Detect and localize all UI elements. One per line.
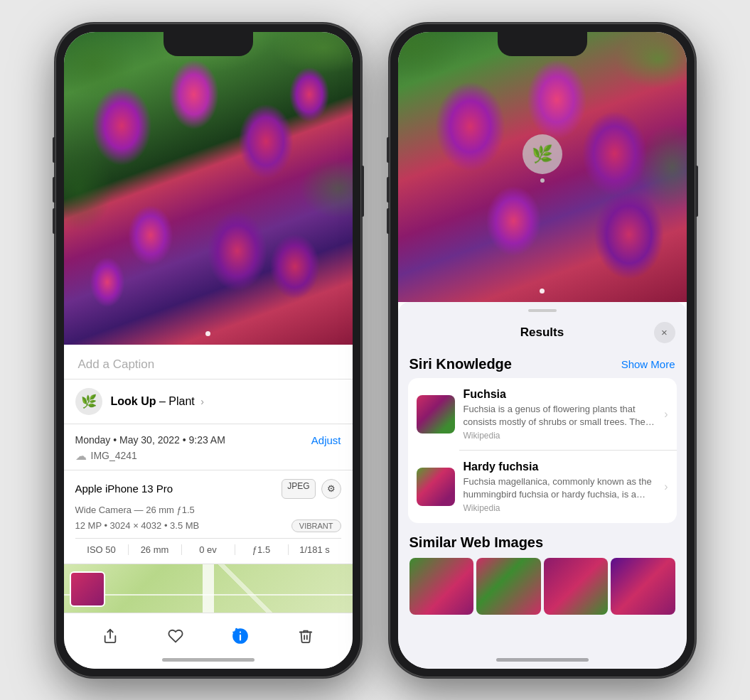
siri-knowledge-header: Siri Knowledge Show More — [398, 350, 687, 378]
hardy-thumbnail — [417, 468, 455, 506]
photo-1 — [64, 32, 353, 345]
device-section: Apple iPhone 13 Pro JPEG ⚙ Wide Camera —… — [64, 470, 353, 564]
similar-image-1[interactable] — [409, 558, 474, 615]
map-area — [64, 564, 353, 613]
exif-ev: 0 ev — [182, 544, 235, 555]
cloud-icon: ☁ — [75, 449, 87, 463]
lookup-label-container: Look Up – Plant › — [111, 395, 204, 408]
device-name: Apple iPhone 13 Pro — [75, 483, 173, 495]
phone-1-content: Add a Caption 🌿 Look Up – Plant › — [64, 32, 353, 669]
adjust-button[interactable]: Adjust — [311, 434, 341, 446]
fuchsia-text: Fuchsia Fuchsia is a genus of flowering … — [464, 388, 656, 441]
info-button[interactable] — [227, 623, 253, 649]
delete-button[interactable] — [293, 623, 318, 649]
similar-images-row — [409, 558, 675, 615]
similar-image-3[interactable] — [544, 558, 609, 615]
notch-2 — [498, 32, 587, 56]
phone-2-screen: 🌿 Results × — [398, 32, 687, 669]
exif-focal-value: 26 mm — [141, 544, 169, 555]
show-more-button[interactable]: Show More — [621, 358, 675, 370]
meta-date-row: Monday • May 30, 2022 • 9:23 AM Adjust — [75, 434, 341, 446]
hardy-name: Hardy fuchsia — [464, 461, 656, 473]
share-icon — [102, 628, 118, 644]
home-indicator-2 — [496, 658, 589, 662]
phone-1-screen: Add a Caption 🌿 Look Up – Plant › — [64, 32, 353, 669]
share-button[interactable] — [97, 623, 123, 649]
caption-area[interactable]: Add a Caption — [64, 345, 353, 379]
exif-ev-value: 0 ev — [199, 544, 217, 555]
badge-row: JPEG ⚙ — [282, 479, 341, 499]
knowledge-item-hardy[interactable]: Hardy fuchsia Fuchsia magellanica, commo… — [408, 451, 677, 523]
photo-dot-active — [205, 331, 210, 336]
exif-shutter: 1/181 s — [289, 544, 341, 555]
hardy-thumb-image — [417, 468, 455, 506]
meta-filename: IMG_4241 — [91, 450, 137, 461]
notch-1 — [164, 32, 253, 56]
vibrant-badge: VIBRANT — [291, 519, 341, 532]
device-row: Apple iPhone 13 Pro JPEG ⚙ — [75, 479, 341, 499]
fuchsia-desc: Fuchsia is a genus of flowering plants t… — [464, 403, 656, 429]
phone-2: 🌿 Results × — [390, 23, 695, 677]
fuchsia-thumbnail — [417, 395, 455, 434]
photo2-dot — [540, 289, 545, 294]
siri-leaf-icon: 🌿 — [532, 144, 553, 164]
hardy-source: Wikipedia — [464, 503, 656, 513]
exif-aperture-value: ƒ1.5 — [252, 544, 270, 555]
svg-point-5 — [232, 631, 234, 632]
info-icon — [231, 627, 250, 645]
siri-dot — [540, 178, 545, 183]
meta-section: Monday • May 30, 2022 • 9:23 AM Adjust ☁… — [64, 424, 353, 470]
phone-1: Add a Caption 🌿 Look Up – Plant › — [55, 23, 361, 677]
hardy-desc: Fuchsia magellanica, commonly known as t… — [464, 475, 656, 501]
fuchsia-source: Wikipedia — [464, 431, 656, 441]
lookup-rest: – Plant — [156, 395, 195, 407]
meta-date: Monday • May 30, 2022 • 9:23 AM — [75, 434, 225, 446]
similar-image-4[interactable] — [611, 558, 675, 615]
photo2-indicator-row — [398, 289, 687, 294]
exif-row: ISO 50 26 mm 0 ev ƒ1.5 1/181 s — [75, 538, 341, 555]
exif-focal: 26 mm — [129, 544, 182, 555]
svg-point-4 — [235, 628, 237, 630]
camera-settings-icon[interactable]: ⚙ — [321, 479, 341, 499]
lookup-chevron: › — [200, 396, 204, 407]
trash-icon — [298, 628, 314, 644]
camera-details: Wide Camera — 26 mm ƒ1.5 — [75, 505, 341, 515]
close-icon: × — [661, 326, 668, 338]
photo-flowers — [64, 32, 353, 345]
home-indicator-1 — [162, 658, 255, 662]
fuchsia-thumb-image — [417, 395, 455, 434]
siri-circle[interactable]: 🌿 — [523, 134, 562, 174]
exif-aperture: ƒ1.5 — [235, 544, 289, 555]
exif-shutter-value: 1/181 s — [299, 544, 330, 555]
exif-iso: ISO 50 — [75, 544, 129, 555]
lookup-icon-circle: 🌿 — [75, 388, 102, 415]
results-panel: Results × Siri Knowledge Show More — [398, 302, 687, 669]
results-title: Results — [431, 325, 654, 340]
phone-2-content: 🌿 Results × — [398, 32, 687, 669]
photo-indicator-row — [64, 331, 353, 336]
similar-section: Similar Web Images — [398, 529, 687, 620]
lookup-row[interactable]: 🌿 Look Up – Plant › — [64, 379, 353, 424]
knowledge-item-fuchsia[interactable]: Fuchsia Fuchsia is a genus of flowering … — [408, 378, 677, 451]
knowledge-card: Fuchsia Fuchsia is a genus of flowering … — [408, 378, 677, 524]
phones-container: Add a Caption 🌿 Look Up – Plant › — [55, 23, 695, 677]
favorite-button[interactable] — [163, 623, 188, 649]
fuchsia-name: Fuchsia — [464, 388, 656, 401]
exif-iso-value: ISO 50 — [87, 544, 115, 555]
fuchsia-chevron-icon: › — [664, 408, 668, 421]
svg-point-2 — [240, 631, 241, 632]
lookup-bold: Look Up — [111, 395, 156, 407]
jpeg-badge: JPEG — [282, 479, 315, 499]
hardy-text: Hardy fuchsia Fuchsia magellanica, commo… — [464, 461, 656, 513]
siri-knowledge-title: Siri Knowledge — [409, 356, 512, 372]
lookup-label: Look Up – Plant — [111, 395, 198, 407]
photo-2: 🌿 — [398, 32, 687, 302]
similar-image-2[interactable] — [476, 558, 541, 615]
heart-icon — [168, 628, 183, 644]
results-close-button[interactable]: × — [654, 322, 675, 343]
caption-placeholder: Add a Caption — [78, 357, 155, 371]
camera-details-row2: 12 MP • 3024 × 4032 • 3.5 MB VIBRANT — [75, 519, 341, 532]
similar-title: Similar Web Images — [409, 534, 675, 551]
meta-filename-row: ☁ IMG_4241 — [75, 449, 341, 463]
photo-thumbnail — [70, 571, 105, 607]
